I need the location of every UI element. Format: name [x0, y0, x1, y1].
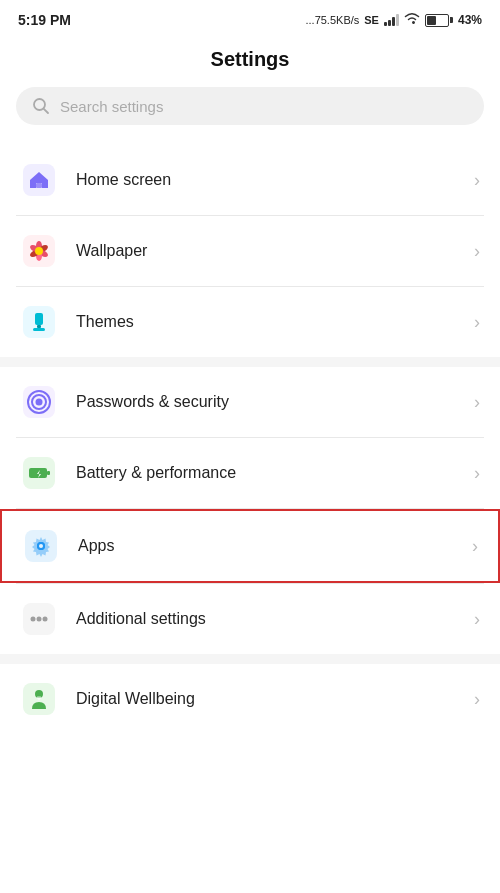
network-speed: ...75.5KB/s [305, 14, 359, 26]
wellbeing-chevron: › [474, 689, 480, 710]
additional-settings-icon [20, 600, 58, 638]
svg-point-29 [37, 617, 42, 622]
passwords-icon [20, 383, 58, 421]
svg-rect-13 [35, 313, 43, 325]
settings-item-home-screen[interactable]: Home screen › [0, 145, 500, 215]
additional-settings-chevron: › [474, 609, 480, 630]
apps-icon [22, 527, 60, 565]
themes-label: Themes [76, 313, 474, 331]
passwords-label: Passwords & security [76, 393, 474, 411]
svg-rect-15 [33, 328, 45, 331]
settings-item-passwords-security[interactable]: Passwords & security › [0, 367, 500, 437]
svg-rect-14 [37, 325, 41, 328]
page-title: Settings [0, 36, 500, 87]
battery-chevron: › [474, 463, 480, 484]
additional-settings-label: Additional settings [76, 610, 474, 628]
svg-point-26 [39, 544, 43, 548]
settings-item-themes[interactable]: Themes › [0, 287, 500, 357]
status-right: ...75.5KB/s SE 43% [305, 12, 482, 28]
passwords-chevron: › [474, 392, 480, 413]
wellbeing-icon [20, 680, 58, 718]
search-bar-container: Search settings [0, 87, 500, 145]
home-screen-icon [20, 161, 58, 199]
status-bar: 5:19 PM ...75.5KB/s SE 43% [0, 0, 500, 36]
battery-perf-icon [20, 454, 58, 492]
section-separator-2 [0, 654, 500, 664]
themes-chevron: › [474, 312, 480, 333]
svg-point-11 [35, 247, 43, 255]
battery-label: Battery & performance [76, 464, 474, 482]
section-1: Home screen › Wallpaper › [0, 145, 500, 357]
settings-item-wallpaper[interactable]: Wallpaper › [0, 216, 500, 286]
settings-item-additional-settings[interactable]: Additional settings › [0, 584, 500, 654]
svg-point-28 [31, 617, 36, 622]
wifi-icon [404, 12, 420, 28]
wallpaper-icon [20, 232, 58, 270]
home-screen-chevron: › [474, 170, 480, 191]
svg-point-30 [43, 617, 48, 622]
settings-item-battery-performance[interactable]: Battery & performance › [0, 438, 500, 508]
home-screen-label: Home screen [76, 171, 474, 189]
themes-icon [20, 303, 58, 341]
section-separator-1 [0, 357, 500, 367]
search-icon [32, 97, 50, 115]
wallpaper-label: Wallpaper [76, 242, 474, 260]
section-2: Passwords & security › Battery & perform… [0, 367, 500, 654]
apps-label: Apps [78, 537, 472, 555]
wellbeing-label: Digital Wellbeing [76, 690, 474, 708]
settings-item-digital-wellbeing[interactable]: Digital Wellbeing › [0, 664, 500, 734]
search-placeholder: Search settings [60, 98, 163, 115]
signal-bars-icon [384, 14, 399, 26]
wallpaper-chevron: › [474, 241, 480, 262]
svg-line-1 [44, 109, 48, 113]
battery-icon [425, 14, 453, 27]
svg-point-19 [36, 399, 43, 406]
sim-icon: SE [364, 14, 379, 26]
svg-rect-3 [36, 183, 42, 188]
svg-rect-22 [47, 471, 50, 475]
status-time: 5:19 PM [18, 12, 71, 28]
search-bar[interactable]: Search settings [16, 87, 484, 125]
battery-percent: 43% [458, 13, 482, 27]
settings-item-apps[interactable]: Apps › [0, 509, 500, 583]
section-3: Digital Wellbeing › [0, 664, 500, 734]
apps-chevron: › [472, 536, 478, 557]
